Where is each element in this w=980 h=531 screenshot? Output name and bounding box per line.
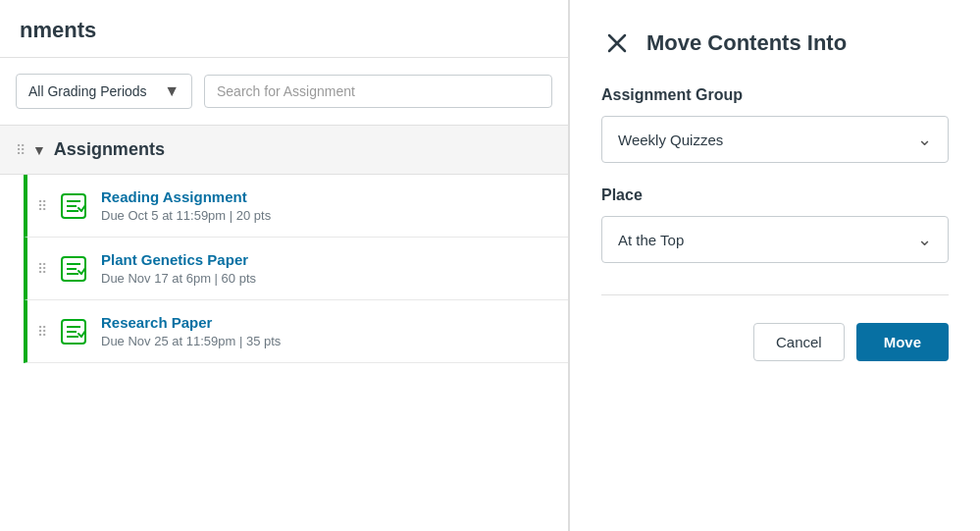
assignment-info: Research Paper Due Nov 25 at 11:59pm | 3… bbox=[101, 314, 281, 348]
place-value: At the Top bbox=[618, 232, 684, 248]
assignment-icon bbox=[58, 190, 89, 222]
assignment-meta: Due Nov 17 at 6pm | 60 pts bbox=[101, 271, 256, 286]
assignment-name[interactable]: Research Paper bbox=[101, 314, 281, 331]
assignment-group-section-label: Assignment Group bbox=[601, 86, 949, 104]
close-button[interactable] bbox=[601, 27, 633, 59]
action-buttons: Cancel Move bbox=[601, 323, 949, 361]
drag-handle-icon[interactable]: ⠿ bbox=[16, 142, 26, 158]
move-button[interactable]: Move bbox=[856, 323, 949, 361]
assignment-icon bbox=[58, 316, 89, 347]
assignment-name[interactable]: Reading Assignment bbox=[101, 188, 271, 205]
chevron-down-icon: ⌄ bbox=[917, 229, 932, 250]
assignment-icon bbox=[58, 253, 89, 285]
table-row: ⠿ Research Paper Due Nov 25 at 11:59pm |… bbox=[24, 300, 568, 363]
place-dropdown[interactable]: At the Top ⌄ bbox=[601, 216, 949, 263]
group-title: Assignments bbox=[54, 139, 165, 160]
chevron-down-icon: ⌄ bbox=[917, 129, 932, 150]
place-section-label: Place bbox=[601, 186, 949, 204]
move-contents-panel: Move Contents Into Assignment Group Week… bbox=[569, 0, 980, 531]
drag-handle-icon[interactable]: ⠿ bbox=[37, 198, 48, 214]
left-panel: nments All Grading Periods ▼ Search for … bbox=[0, 0, 569, 531]
panel-header: Move Contents Into bbox=[601, 27, 949, 59]
drag-handle-icon[interactable]: ⠿ bbox=[37, 324, 48, 340]
search-input[interactable]: Search for Assignment bbox=[204, 75, 552, 108]
assignment-meta: Due Oct 5 at 11:59pm | 20 pts bbox=[101, 208, 271, 223]
panel-title: Move Contents Into bbox=[646, 30, 847, 56]
collapse-icon[interactable]: ▼ bbox=[32, 142, 46, 158]
divider bbox=[601, 294, 949, 295]
filter-bar: All Grading Periods ▼ Search for Assignm… bbox=[0, 58, 568, 126]
assignments-group-header: ⠿ ▼ Assignments bbox=[0, 126, 568, 175]
page-title: nments bbox=[20, 18, 96, 42]
assignment-info: Plant Genetics Paper Due Nov 17 at 6pm |… bbox=[101, 251, 256, 286]
chevron-down-icon: ▼ bbox=[164, 82, 180, 100]
assignments-list: ⠿ Reading Assignment Due Oct 5 at 11:59p… bbox=[0, 175, 568, 531]
table-row: ⠿ Reading Assignment Due Oct 5 at 11:59p… bbox=[24, 175, 568, 238]
assignment-name[interactable]: Plant Genetics Paper bbox=[101, 251, 256, 268]
search-placeholder: Search for Assignment bbox=[217, 83, 355, 99]
grading-period-label: All Grading Periods bbox=[28, 83, 147, 99]
table-row: ⠿ Plant Genetics Paper Due Nov 17 at 6pm… bbox=[24, 238, 568, 300]
cancel-button[interactable]: Cancel bbox=[753, 323, 845, 361]
assignment-info: Reading Assignment Due Oct 5 at 11:59pm … bbox=[101, 188, 271, 223]
assignment-meta: Due Nov 25 at 11:59pm | 35 pts bbox=[101, 334, 281, 348]
grading-period-dropdown[interactable]: All Grading Periods ▼ bbox=[16, 74, 192, 109]
assignment-group-dropdown[interactable]: Weekly Quizzes ⌄ bbox=[601, 116, 949, 163]
page-title-bar: nments bbox=[0, 0, 568, 58]
assignment-group-value: Weekly Quizzes bbox=[618, 132, 723, 148]
drag-handle-icon[interactable]: ⠿ bbox=[37, 261, 48, 277]
